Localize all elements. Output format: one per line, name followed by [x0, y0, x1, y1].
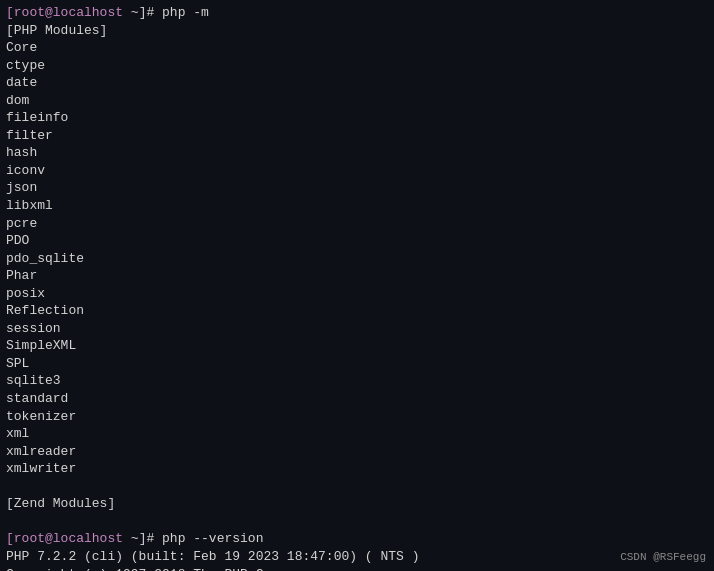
terminal-line: [6, 513, 708, 531]
terminal-line: Copyright (c) 1997-2018 The PHP Group: [6, 566, 708, 572]
terminal-line: libxml: [6, 197, 708, 215]
terminal-line: iconv: [6, 162, 708, 180]
terminal-line: xmlwriter: [6, 460, 708, 478]
terminal-line: date: [6, 74, 708, 92]
terminal-line: [Zend Modules]: [6, 495, 708, 513]
terminal-line: json: [6, 179, 708, 197]
terminal-line: PHP 7.2.2 (cli) (built: Feb 19 2023 18:4…: [6, 548, 708, 566]
terminal-line: tokenizer: [6, 408, 708, 426]
terminal-line: pcre: [6, 215, 708, 233]
terminal-line: xmlreader: [6, 443, 708, 461]
terminal-line: pdo_sqlite: [6, 250, 708, 268]
terminal-line: fileinfo: [6, 109, 708, 127]
terminal-line: [root@localhost ~]# php --version: [6, 530, 708, 548]
terminal-line: ctype: [6, 57, 708, 75]
terminal-line: session: [6, 320, 708, 338]
terminal-line: filter: [6, 127, 708, 145]
terminal-line: Phar: [6, 267, 708, 285]
terminal-line: [6, 478, 708, 496]
watermark: CSDN @RSFeegg: [620, 551, 706, 563]
terminal-line: PDO: [6, 232, 708, 250]
terminal-line: dom: [6, 92, 708, 110]
terminal-line: hash: [6, 144, 708, 162]
terminal-line: standard: [6, 390, 708, 408]
terminal-line: [PHP Modules]: [6, 22, 708, 40]
terminal-line: SimpleXML: [6, 337, 708, 355]
terminal-line: Core: [6, 39, 708, 57]
terminal-line: Reflection: [6, 302, 708, 320]
terminal-line: posix: [6, 285, 708, 303]
terminal-line: SPL: [6, 355, 708, 373]
terminal: [root@localhost ~]# php -m[PHP Modules]C…: [0, 0, 714, 571]
terminal-line: sqlite3: [6, 372, 708, 390]
terminal-line: [root@localhost ~]# php -m: [6, 4, 708, 22]
terminal-line: xml: [6, 425, 708, 443]
